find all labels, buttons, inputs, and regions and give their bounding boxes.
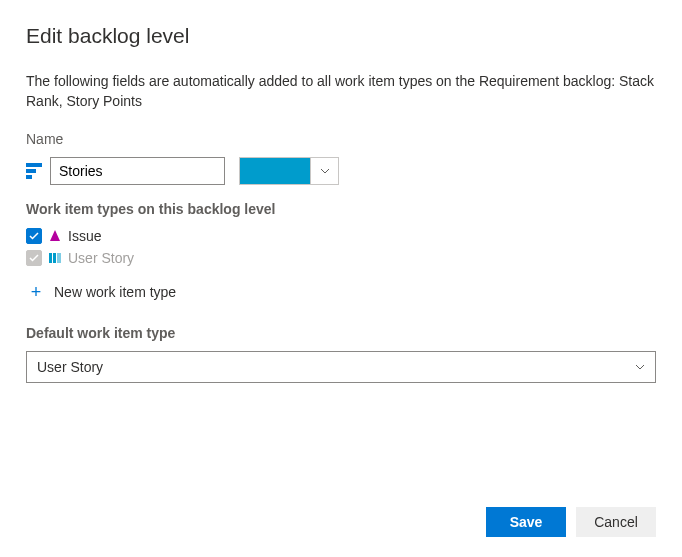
new-work-item-type-button[interactable]: + New work item type (26, 277, 656, 307)
work-item-types-label: Work item types on this backlog level (26, 201, 656, 217)
work-item-type-label: Issue (68, 228, 101, 244)
new-work-item-type-label: New work item type (54, 284, 176, 300)
backlog-level-icon (26, 163, 42, 179)
dialog-footer: Save Cancel (486, 507, 656, 537)
work-item-type-label: User Story (68, 250, 134, 266)
svg-rect-0 (49, 253, 52, 263)
svg-rect-2 (57, 253, 61, 263)
issue-icon (48, 229, 62, 243)
default-type-select[interactable]: User Story (26, 351, 656, 383)
default-type-value: User Story (37, 359, 103, 375)
checkbox-user-story (26, 250, 42, 266)
dialog-title: Edit backlog level (26, 24, 656, 48)
color-swatch (240, 158, 310, 184)
color-picker[interactable] (239, 157, 339, 185)
default-type-label: Default work item type (26, 325, 656, 341)
name-input[interactable] (50, 157, 225, 185)
chevron-down-icon (635, 364, 645, 370)
intro-text: The following fields are automatically a… (26, 72, 656, 111)
checkbox-issue[interactable] (26, 228, 42, 244)
svg-rect-1 (53, 253, 56, 263)
plus-icon: + (28, 283, 44, 301)
chevron-down-icon (310, 158, 338, 184)
user-story-icon (48, 251, 62, 265)
work-item-types-list: Issue User Story (26, 225, 656, 269)
work-item-type-row: Issue (26, 225, 656, 247)
name-row (26, 157, 656, 185)
work-item-type-row: User Story (26, 247, 656, 269)
save-button[interactable]: Save (486, 507, 566, 537)
name-label: Name (26, 131, 656, 147)
cancel-button[interactable]: Cancel (576, 507, 656, 537)
